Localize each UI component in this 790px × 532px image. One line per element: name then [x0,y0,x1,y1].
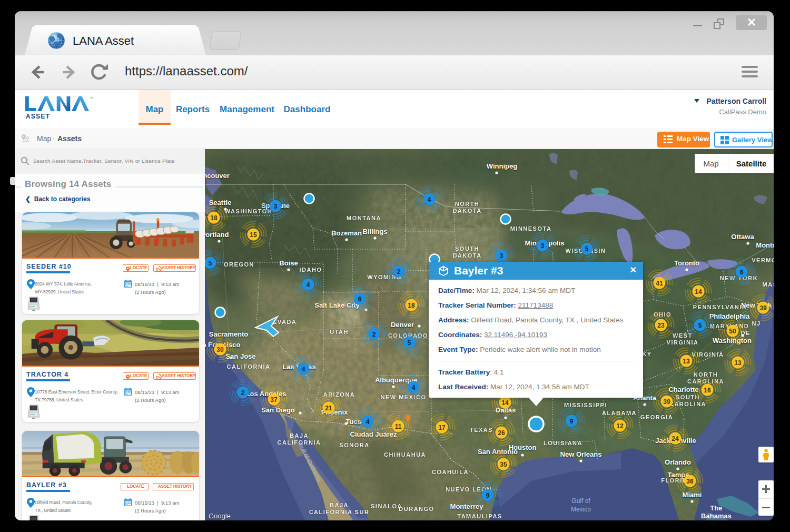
svg-text:BAJA: BAJA [290,432,309,439]
svg-text:NJ: NJ [752,320,761,327]
svg-text:CHIHUAHUA: CHIHUAHUA [384,451,426,458]
svg-text:GEORGIA: GEORGIA [640,414,673,420]
svg-text:DURANGO: DURANGO [399,506,434,512]
svg-text:LOUISIANA: LOUISIANA [544,440,582,446]
svg-text:The: The [710,504,722,512]
svg-text:9: 9 [486,492,490,499]
svg-text:NORTH: NORTH [455,201,480,207]
svg-text:Montre: Montre [756,241,774,249]
svg-text:4: 4 [302,366,305,373]
svg-text:SOUTH: SOUTH [455,245,479,252]
svg-text:San Jose: San Jose [225,352,255,360]
svg-text:COAHUILA: COAHUILA [432,469,469,475]
svg-text:35: 35 [500,461,507,468]
svg-text:21: 21 [325,405,332,412]
svg-text:9: 9 [570,418,574,425]
svg-text:Ottawa: Ottawa [731,233,754,241]
svg-text:New Orleans: New Orleans [560,450,602,458]
svg-text:14: 14 [501,399,509,407]
svg-text:4: 4 [366,418,370,426]
svg-text:BAJA: BAJA [330,502,349,508]
svg-text:Philadelphia: Philadelphia [709,312,750,320]
svg-text:CALIFORNIA: CALIFORNIA [278,439,321,446]
svg-text:12: 12 [616,422,624,430]
svg-text:4: 4 [412,384,416,391]
svg-text:CALIFORNIA SUR: CALIFORNIA SUR [309,509,370,515]
svg-text:Bahamas: Bahamas [701,512,732,520]
svg-text:UTAH: UTAH [330,329,349,335]
svg-text:5: 5 [585,245,589,253]
svg-text:Mexico: Mexico [571,506,591,513]
svg-text:SINALOA: SINALOA [371,503,402,509]
svg-text:50: 50 [729,328,736,335]
svg-text:4: 4 [307,281,310,289]
svg-text:30: 30 [216,346,224,353]
svg-text:18: 18 [408,302,415,309]
svg-text:36: 36 [686,478,694,485]
svg-text:Billings: Billings [363,228,388,235]
svg-text:Vancouver: Vancouver [205,172,230,180]
svg-text:CALIFORNIA: CALIFORNIA [227,363,271,370]
svg-text:TAMAULIPAS: TAMAULIPAS [457,513,502,519]
svg-text:VIRGINIA: VIRGINIA [667,339,699,346]
svg-text:Winnipeg: Winnipeg [487,162,517,170]
svg-text:™: ™ [90,96,93,100]
svg-text:23: 23 [657,322,665,329]
svg-text:Bozeman: Bozeman [331,229,362,237]
svg-text:Portland: Portland [205,231,229,239]
svg-text:SONORA: SONORA [339,442,369,448]
svg-text:VERMONT: VERMONT [752,257,774,263]
svg-text:39: 39 [663,398,670,406]
svg-text:4: 4 [428,196,431,203]
svg-text:6: 6 [740,269,744,276]
svg-text:Denver: Denver [391,321,414,329]
svg-text:3: 3 [274,203,278,210]
svg-text:3: 3 [541,242,545,250]
svg-text:5: 5 [209,260,212,267]
svg-text:15: 15 [250,231,257,239]
svg-text:Orlando: Orlando [665,458,691,466]
svg-text:Seattle: Seattle [209,199,232,206]
svg-text:Gulf of: Gulf of [571,497,590,505]
svg-text:IDAHO: IDAHO [300,267,322,273]
svg-text:Ciudad Juárez: Ciudad Juárez [350,430,397,438]
svg-text:17: 17 [438,424,446,431]
svg-text:26: 26 [498,429,505,437]
svg-text:Google: Google [209,512,231,520]
svg-text:37: 37 [270,396,278,403]
svg-text:5: 5 [408,339,411,347]
svg-text:MONTANA: MONTANA [347,215,381,221]
svg-text:MINNESOTA: MINNESOTA [510,225,552,232]
svg-text:24: 24 [671,435,679,442]
svg-text:Toronto: Toronto [674,259,699,267]
svg-text:13: 13 [734,359,742,367]
svg-text:2: 2 [372,331,376,338]
svg-text:DAKOTA: DAKOTA [452,208,481,214]
svg-text:Miami: Miami [683,491,702,499]
svg-text:5: 5 [698,322,702,329]
svg-text:DAKOTA: DAKOTA [452,252,481,259]
svg-text:2: 2 [241,389,245,397]
svg-text:39: 39 [759,304,767,312]
svg-text:MISSISSIPPI: MISSISSIPPI [564,402,607,408]
svg-text:Boise: Boise [279,259,298,267]
svg-text:OREGON: OREGON [224,261,254,268]
svg-text:41: 41 [656,280,663,287]
svg-text:6: 6 [358,295,362,303]
svg-text:PENNSYLVANIA: PENNSYLVANIA [693,304,747,310]
svg-text:ASSET: ASSET [26,113,50,120]
svg-text:2: 2 [397,268,401,275]
svg-text:13: 13 [683,358,690,365]
svg-text:16: 16 [704,387,711,394]
svg-text:TEXAS: TEXAS [470,427,493,433]
svg-text:MAS: MAS [763,281,774,288]
svg-text:14: 14 [695,288,702,295]
svg-text:3: 3 [500,252,503,260]
svg-text:11: 11 [395,423,402,430]
svg-text:18: 18 [210,214,218,222]
